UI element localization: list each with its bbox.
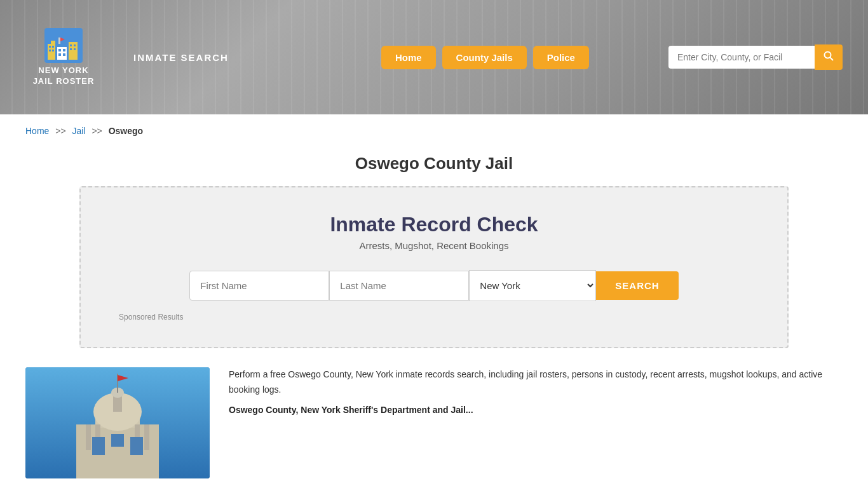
bottom-description: Perform a free Oswego County, New York i… xyxy=(229,367,843,478)
header-search-button[interactable] xyxy=(815,44,843,70)
search-submit-button[interactable]: SEARCH xyxy=(596,271,678,300)
record-check-subtitle: Arrests, Mugshot, Recent Bookings xyxy=(119,240,749,251)
record-check-section: Inmate Record Check Arrests, Mugshot, Re… xyxy=(79,186,789,348)
record-check-title: Inmate Record Check xyxy=(119,213,749,236)
logo-area: NEW YORK JAIL ROSTER xyxy=(25,28,102,87)
svg-rect-14 xyxy=(74,44,76,46)
svg-rect-13 xyxy=(70,44,72,46)
page-title: Oswego County Jail xyxy=(0,154,868,173)
svg-rect-7 xyxy=(49,50,51,51)
jail-image xyxy=(25,367,210,478)
bottom-section: Perform a free Oswego County, New York i… xyxy=(0,367,868,488)
breadcrumb-sep1: >> xyxy=(55,126,65,136)
svg-rect-16 xyxy=(74,48,76,50)
header-search-input[interactable] xyxy=(668,46,815,69)
search-icon xyxy=(824,51,834,61)
state-select[interactable]: AlabamaAlaskaArizonaArkansasCaliforniaCo… xyxy=(469,270,596,301)
svg-line-20 xyxy=(831,58,834,61)
svg-rect-1 xyxy=(48,44,55,60)
svg-rect-33 xyxy=(130,437,143,455)
svg-rect-30 xyxy=(144,424,149,450)
svg-rect-15 xyxy=(70,48,72,50)
building-illustration xyxy=(25,367,210,478)
breadcrumb-home-link[interactable]: Home xyxy=(25,126,49,136)
sponsored-label: Sponsored Results xyxy=(119,313,749,322)
nav-police-button[interactable]: Police xyxy=(533,46,589,69)
nav-county-jails-button[interactable]: County Jails xyxy=(442,46,527,69)
inmate-search-form: AlabamaAlaskaArizonaArkansasCaliforniaCo… xyxy=(119,270,749,301)
svg-rect-11 xyxy=(58,53,61,56)
svg-rect-27 xyxy=(86,424,91,450)
svg-rect-9 xyxy=(58,49,61,51)
site-header: NEW YORK JAIL ROSTER INMATE SEARCH Home … xyxy=(0,0,868,114)
first-name-input[interactable] xyxy=(189,271,329,301)
svg-rect-2 xyxy=(51,41,55,44)
svg-rect-12 xyxy=(63,53,65,56)
svg-rect-5 xyxy=(49,46,51,48)
svg-rect-34 xyxy=(111,434,124,447)
description-partial-heading: Oswego County, New York Sheriff's Depart… xyxy=(229,403,843,418)
breadcrumb-jail-link[interactable]: Jail xyxy=(72,126,86,136)
svg-point-19 xyxy=(825,52,831,58)
last-name-input[interactable] xyxy=(329,271,469,301)
svg-rect-8 xyxy=(52,50,54,51)
svg-rect-17 xyxy=(58,37,60,44)
svg-rect-10 xyxy=(63,49,65,51)
breadcrumb: Home >> Jail >> Oswego xyxy=(0,114,868,147)
logo-text: NEW YORK JAIL ROSTER xyxy=(33,65,95,87)
main-nav: Home County Jails Police xyxy=(381,46,589,69)
nav-home-button[interactable]: Home xyxy=(381,46,436,69)
svg-rect-6 xyxy=(52,46,54,48)
svg-rect-32 xyxy=(92,437,105,455)
breadcrumb-sep2: >> xyxy=(92,126,102,136)
breadcrumb-current: Oswego xyxy=(109,126,143,136)
header-search-area xyxy=(668,44,843,70)
description-paragraph1: Perform a free Oswego County, New York i… xyxy=(229,367,843,398)
inmate-search-label: INMATE SEARCH xyxy=(133,52,229,63)
logo-icon xyxy=(44,28,83,63)
